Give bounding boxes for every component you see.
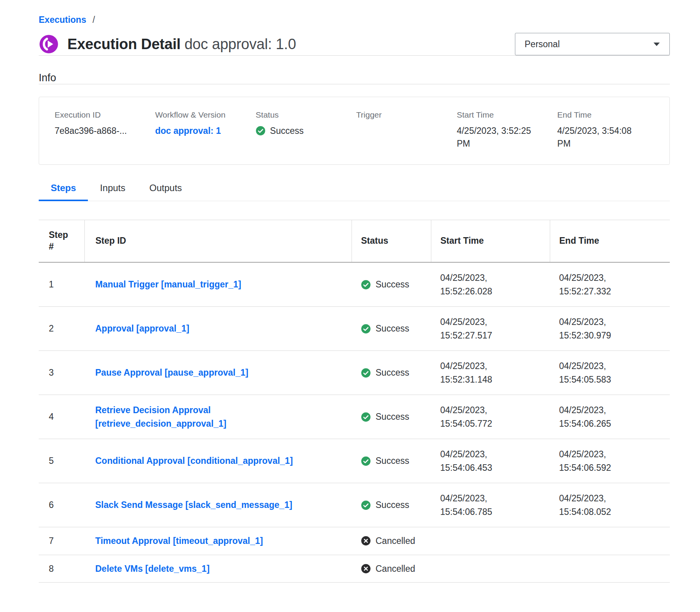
info-field-execution-id: Execution ID 7e8ac396-a868-...: [55, 110, 151, 150]
page-header: Execution Detaildoc approval: 1.0 Person…: [39, 33, 670, 55]
workflow-name-version: doc approval: 1.0: [184, 36, 296, 52]
page-title: Execution Detaildoc approval: 1.0: [67, 36, 296, 53]
info-label: Workflow & Version: [155, 110, 252, 120]
start-time-cell: 04/25/2023,15:54:06.453: [431, 439, 550, 483]
success-check-icon: [256, 126, 266, 136]
step-link[interactable]: Retrieve Decision Approval [retrieve_dec…: [95, 405, 226, 429]
breadcrumb: Executions /: [39, 0, 670, 25]
step-link[interactable]: Approval [approval_1]: [95, 323, 189, 333]
tab-inputs[interactable]: Inputs: [88, 183, 137, 201]
status-text: Success: [376, 278, 409, 291]
table-row: 1 Manual Trigger [manual_trigger_1] Succ…: [39, 262, 670, 307]
start-time-cell: 04/25/2023,15:52:27.517: [431, 307, 550, 351]
workflow-version-link[interactable]: doc approval: 1: [155, 126, 221, 136]
status-text: Cancelled: [376, 562, 415, 576]
step-link[interactable]: Manual Trigger [manual_trigger_1]: [95, 279, 241, 289]
cancelled-x-icon: [361, 536, 371, 546]
status-badge: Success: [361, 366, 422, 380]
workflow-logo-icon: [39, 34, 59, 54]
info-label: Status: [256, 110, 352, 120]
column-header-start-time: Start Time: [431, 220, 550, 262]
column-header-status: Status: [352, 220, 431, 262]
status-text: Success: [376, 454, 409, 468]
status-text: Success: [376, 498, 409, 512]
status-badge: Success: [361, 410, 422, 424]
step-number: 2: [39, 307, 84, 351]
info-section-title: Info: [39, 72, 670, 84]
table-row: 5 Conditional Approval [conditional_appr…: [39, 439, 670, 483]
step-number: 5: [39, 439, 84, 483]
workspace-dropdown[interactable]: Personal: [515, 33, 670, 55]
status-badge: Success: [256, 125, 352, 137]
table-header-row: Step # Step ID Status Start Time End Tim…: [39, 220, 670, 262]
column-header-step-id: Step ID: [84, 220, 352, 262]
step-link[interactable]: Timeout Approval [timeout_approval_1]: [95, 536, 263, 546]
start-time-cell: 04/25/2023,15:54:06.785: [431, 483, 550, 527]
info-field-end-time: End Time 4/25/2023, 3:54:08 PM: [557, 110, 654, 150]
start-time-value: 4/25/2023, 3:52:25 PM: [457, 125, 554, 150]
start-time-cell: 04/25/2023,15:52:26.028: [431, 262, 550, 307]
status-text: Success: [270, 125, 304, 137]
workspace-dropdown-value: Personal: [525, 39, 560, 50]
step-link[interactable]: Delete VMs [delete_vms_1]: [95, 564, 209, 574]
header-divider: [39, 55, 670, 56]
end-time-cell: [550, 527, 670, 555]
status-text: Cancelled: [376, 534, 415, 548]
step-number: 3: [39, 351, 84, 395]
success-check-icon: [361, 368, 371, 378]
title-group: Execution Detaildoc approval: 1.0: [39, 34, 296, 54]
info-card: Execution ID 7e8ac396-a868-... Workflow …: [39, 97, 670, 165]
end-time-cell: 04/25/2023,15:54:05.583: [550, 351, 670, 395]
success-check-icon: [361, 412, 371, 422]
breadcrumb-executions-link[interactable]: Executions: [39, 15, 86, 25]
info-field-trigger: Trigger: [356, 110, 453, 150]
end-time-cell: 04/25/2023,15:54:06.265: [550, 395, 670, 439]
step-number: 7: [39, 527, 84, 555]
table-row: 4 Retrieve Decision Approval [retrieve_d…: [39, 395, 670, 439]
end-time-cell: [550, 555, 670, 583]
step-number: 1: [39, 262, 84, 307]
chevron-down-icon: [653, 42, 660, 46]
steps-table: Step # Step ID Status Start Time End Tim…: [39, 220, 670, 583]
step-number: 8: [39, 555, 84, 583]
info-label: Execution ID: [55, 110, 151, 120]
success-check-icon: [361, 456, 371, 466]
cancelled-x-icon: [361, 564, 371, 574]
status-badge: Success: [361, 454, 422, 468]
step-link[interactable]: Slack Send Message [slack_send_message_1…: [95, 500, 292, 510]
status-badge: Cancelled: [361, 562, 422, 576]
start-time-cell: 04/25/2023,15:54:05.772: [431, 395, 550, 439]
table-row: 3 Pause Approval [pause_approval_1] Succ…: [39, 351, 670, 395]
start-time-cell: 04/25/2023,15:52:31.148: [431, 351, 550, 395]
step-link[interactable]: Pause Approval [pause_approval_1]: [95, 368, 248, 378]
end-time-cell: 04/25/2023,15:52:27.332: [550, 262, 670, 307]
step-number: 4: [39, 395, 84, 439]
step-link[interactable]: Conditional Approval [conditional_approv…: [95, 456, 293, 466]
start-time-cell: [431, 555, 550, 583]
success-check-icon: [361, 324, 371, 334]
tab-steps[interactable]: Steps: [39, 183, 88, 201]
status-text: Success: [376, 366, 409, 380]
status-text: Success: [376, 410, 409, 424]
column-header-step-num: Step #: [39, 220, 84, 262]
info-field-workflow-version: Workflow & Version doc approval: 1: [155, 110, 252, 150]
table-row: 6 Slack Send Message [slack_send_message…: [39, 483, 670, 527]
status-badge: Success: [361, 278, 422, 291]
start-time-cell: [431, 527, 550, 555]
breadcrumb-separator: /: [93, 15, 95, 25]
success-check-icon: [361, 500, 371, 510]
execution-detail-page: Executions / Execution Detaildoc approva…: [0, 0, 700, 583]
table-row: 2 Approval [approval_1] Success 04/25/20…: [39, 307, 670, 351]
end-time-cell: 04/25/2023,15:52:30.979: [550, 307, 670, 351]
info-label: Trigger: [356, 110, 453, 120]
table-row: 7 Timeout Approval [timeout_approval_1] …: [39, 527, 670, 555]
tab-outputs[interactable]: Outputs: [137, 183, 194, 201]
info-label: End Time: [557, 110, 654, 120]
status-badge: Cancelled: [361, 534, 422, 548]
status-badge: Success: [361, 322, 422, 335]
success-check-icon: [361, 280, 371, 290]
info-label: Start Time: [457, 110, 554, 120]
info-divider: [39, 84, 670, 84]
table-row: 8 Delete VMs [delete_vms_1] Cancelled: [39, 555, 670, 583]
step-number: 6: [39, 483, 84, 527]
